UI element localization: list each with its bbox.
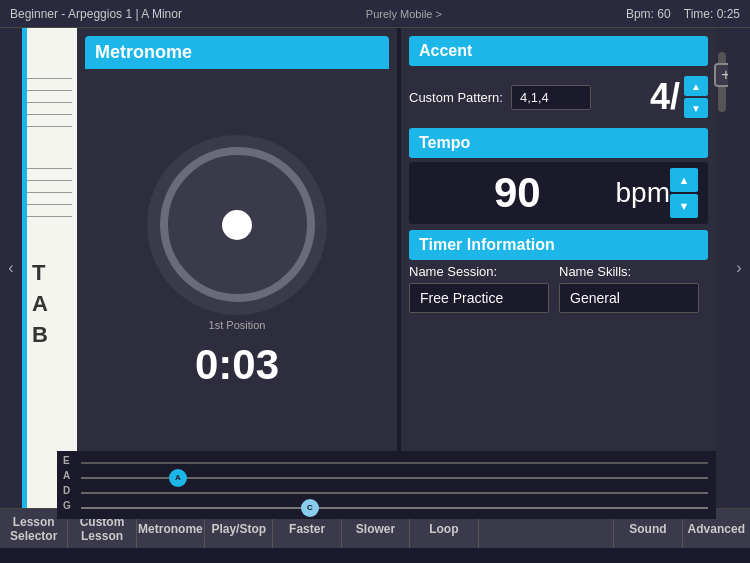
sheet-line — [27, 102, 72, 103]
metronome-visual: 1st Position 0:03 — [85, 77, 389, 446]
string-label-g: G — [63, 500, 71, 511]
nav-arrow-right[interactable]: › — [728, 28, 750, 508]
fraction-down-button[interactable]: ▼ — [684, 98, 708, 118]
sheet-line — [27, 126, 72, 127]
dot-g: C — [301, 499, 319, 517]
timer-section: Timer Information Name Session: Name Ski… — [409, 230, 708, 313]
metronome-panel: Metronome 1st Position 0:03 ✕ Reset Stop… — [77, 28, 397, 508]
sheet-lines — [22, 28, 77, 508]
name-skills-label: Name Skills: — [559, 264, 699, 279]
tempo-down-button[interactable]: ▼ — [670, 194, 698, 218]
dot-a: A — [169, 469, 187, 487]
metronome-circle-outer — [147, 135, 327, 315]
name-session-input[interactable] — [409, 283, 549, 313]
name-skills-field: Name Skills: — [559, 264, 699, 313]
tempo-unit: bpm — [616, 177, 670, 209]
sheet-line — [27, 168, 72, 169]
fraction-num: 4/ — [650, 76, 680, 118]
nav-arrow-left[interactable]: ‹ — [0, 28, 22, 508]
timer-fields-row: Name Session: Name Skills: — [409, 264, 708, 313]
fraction-arrows: ▲ ▼ — [684, 76, 708, 118]
tempo-arrows: ▲ ▼ — [670, 168, 698, 218]
sheet-line — [27, 90, 72, 91]
sheet-line — [27, 180, 72, 181]
metronome-time: 0:03 — [195, 341, 279, 389]
pattern-label: Custom Pattern: — [409, 90, 503, 105]
name-skills-input[interactable] — [559, 283, 699, 313]
string-a: A A — [81, 477, 708, 479]
sheet-line — [27, 114, 72, 115]
right-scrollbar[interactable] — [716, 28, 728, 508]
pattern-input[interactable] — [511, 85, 591, 110]
app-brand: Purely Mobile > — [366, 8, 442, 20]
string-label-a: A — [63, 470, 70, 481]
tempo-number: 90 — [419, 169, 616, 217]
string-label-e: E — [63, 455, 70, 466]
sheet-line — [27, 216, 72, 217]
bpm-time-display: Bpm: 60 Time: 0:25 — [626, 7, 740, 21]
metronome-circle-ring — [160, 147, 315, 302]
name-session-label: Name Session: — [409, 264, 549, 279]
big-fraction: 4/ ▲ ▼ — [650, 76, 708, 118]
tempo-header: Tempo — [409, 128, 708, 158]
timer-header: Timer Information — [409, 230, 708, 260]
sheet-line — [27, 204, 72, 205]
position-label: 1st Position — [209, 319, 266, 331]
metronome-dot — [222, 210, 252, 240]
string-e: E — [81, 462, 708, 464]
top-bar: Beginner - Arpeggios 1 | A Minor Purely … — [0, 0, 750, 28]
tempo-section: Tempo 90 bpm ▲ ▼ — [409, 128, 708, 224]
sheet-letters: TAB — [32, 258, 48, 350]
sheet-area: TAB — [22, 28, 77, 508]
bpm-label: Bpm: 60 — [626, 7, 671, 21]
name-session-field: Name Session: — [409, 264, 549, 313]
accent-header: Accent — [409, 36, 708, 66]
sheet-line — [27, 78, 72, 79]
main-area: ‹ TAB Metronome 1st Pos — [0, 28, 750, 508]
strings-area: E A A D G C — [57, 451, 716, 519]
custom-pattern-row: Custom Pattern: 4/ ▲ ▼ — [409, 72, 708, 122]
right-panel: Accent Custom Pattern: 4/ ▲ ▼ Tempo 90 b… — [401, 28, 716, 508]
tempo-value-row: 90 bpm ▲ ▼ — [409, 162, 708, 224]
lesson-title: Beginner - Arpeggios 1 | A Minor — [10, 7, 182, 21]
metronome-title: Metronome — [85, 36, 389, 69]
string-d: D — [81, 492, 708, 494]
time-label: Time: 0:25 — [684, 7, 740, 21]
fraction-up-button[interactable]: ▲ — [684, 76, 708, 96]
string-g: G C — [81, 507, 708, 509]
tempo-up-button[interactable]: ▲ — [670, 168, 698, 192]
sheet-line — [27, 192, 72, 193]
string-label-d: D — [63, 485, 70, 496]
